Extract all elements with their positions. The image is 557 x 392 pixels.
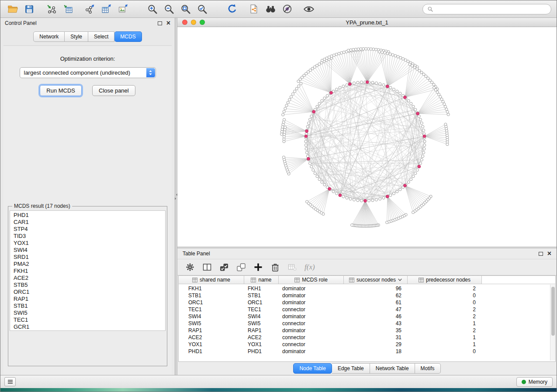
memory-status-icon — [522, 380, 526, 384]
table-row[interactable]: SWI5SWI5connector431 — [179, 320, 555, 327]
export-table-button[interactable] — [99, 2, 113, 16]
zoom-out-icon — [163, 3, 175, 15]
zoom-selected-button[interactable] — [195, 2, 209, 16]
application-window: Control Panel × NetworkStyleSelectMCDS O… — [0, 0, 557, 392]
table-settings-button[interactable] — [185, 262, 195, 272]
table-cell: ACE2 — [179, 334, 244, 341]
select-all-button[interactable] — [219, 263, 229, 272]
delete-column-button[interactable] — [270, 262, 280, 272]
mcds-result-item[interactable]: ACE2 — [10, 275, 165, 282]
import-table-button[interactable] — [61, 2, 75, 16]
table-header-row: shared namenameMCDS rolesuccessor nodesp… — [179, 276, 555, 284]
tab-select[interactable]: Select — [88, 31, 114, 42]
apply-layout-button[interactable] — [225, 2, 239, 16]
mcds-result-item[interactable]: STP4 — [10, 226, 165, 233]
mcds-result-item[interactable]: TID3 — [10, 233, 165, 240]
window-close-icon[interactable] — [182, 20, 187, 25]
column-label: shared name — [200, 277, 230, 283]
mcds-result-item[interactable]: SWI5 — [10, 309, 165, 316]
table-cell: ACE2 — [244, 334, 279, 341]
column-header[interactable]: MCDS role — [279, 276, 344, 284]
tab-network[interactable]: Network — [33, 31, 65, 42]
scrollbar-thumb[interactable] — [551, 287, 555, 336]
mcds-result-item[interactable]: STB5 — [10, 282, 165, 289]
mcds-result-item[interactable]: PHD1 — [10, 212, 165, 219]
table-row[interactable]: STB1STB1dominator620 — [179, 292, 555, 299]
zoom-fit-button[interactable] — [179, 2, 193, 16]
tab-motifs[interactable]: Motifs — [415, 363, 441, 374]
table-row[interactable]: SWI4SWI4dominator462 — [179, 313, 555, 320]
float-panel-icon[interactable] — [158, 21, 162, 25]
close-panel-button[interactable]: Close panel — [92, 85, 135, 96]
float-table-panel-icon[interactable] — [539, 252, 543, 256]
share-document-button[interactable] — [247, 2, 261, 16]
search-input[interactable] — [436, 6, 547, 12]
deselect-all-button[interactable] — [236, 263, 246, 272]
table-row[interactable]: RAP1RAP1dominator352 — [179, 327, 555, 334]
open-session-button[interactable] — [6, 2, 20, 16]
table-panel: Table Panel × — [177, 248, 557, 375]
window-zoom-icon[interactable] — [200, 20, 205, 25]
table-cell: 0 — [408, 348, 482, 355]
column-header[interactable]: predecessor nodes — [408, 276, 482, 284]
close-table-panel-icon[interactable]: × — [547, 251, 551, 256]
select-all-icon — [219, 263, 229, 272]
table-row[interactable]: YOX1YOX1connector291 — [179, 341, 555, 348]
mcds-result-item[interactable]: STB1 — [10, 303, 165, 309]
tab-mcds[interactable]: MCDS — [114, 31, 142, 42]
show-hide-button[interactable] — [302, 2, 316, 16]
column-header[interactable]: shared name — [179, 276, 244, 284]
table-cell: dominator — [279, 285, 344, 292]
table-cell: RAP1 — [244, 327, 279, 334]
table-cell: 62 — [344, 292, 408, 299]
mcds-result-item[interactable]: SRD1 — [10, 254, 165, 261]
mcds-result-item[interactable]: CAR1 — [10, 219, 165, 226]
column-header[interactable]: successor nodes — [344, 276, 408, 284]
mcds-result-list[interactable]: PHD1CAR1STP4TID3YOX1SWI4SRD1PMA2FKH1ACE2… — [10, 210, 166, 331]
search-icon — [427, 6, 433, 12]
save-session-button[interactable] — [22, 2, 36, 16]
table-row[interactable]: TEC1TEC1connector472 — [179, 306, 555, 313]
network-window-titlebar[interactable]: YPA_prune.txt_1 — [177, 18, 557, 27]
criterion-select[interactable]: largest connected component (undirected) — [20, 67, 156, 78]
status-menu-button[interactable] — [4, 377, 16, 386]
tab-style[interactable]: Style — [65, 31, 88, 42]
mcds-result-item[interactable]: PMA2 — [10, 261, 165, 268]
tab-network-table[interactable]: Network Table — [370, 363, 415, 374]
memory-button[interactable]: Memory — [516, 377, 553, 387]
column-menu-icon[interactable] — [398, 279, 402, 281]
add-column-button[interactable] — [253, 262, 263, 272]
mcds-result-item[interactable]: ORC1 — [10, 289, 165, 296]
search-network-button[interactable] — [263, 2, 277, 16]
table-row[interactable]: ACE2ACE2connector311 — [179, 334, 555, 341]
table-cell: PHD1 — [244, 348, 279, 355]
column-header[interactable]: name — [244, 276, 279, 284]
export-network-button[interactable] — [83, 2, 97, 16]
run-mcds-button[interactable]: Run MCDS — [40, 85, 82, 96]
mcds-result-item[interactable]: SWI4 — [10, 247, 165, 254]
mcds-result-item[interactable]: YOX1 — [10, 240, 165, 247]
table-cell: TEC1 — [244, 306, 279, 313]
table-row[interactable]: PHD1PHD1dominator180 — [179, 348, 555, 355]
zoom-in-button[interactable] — [145, 2, 159, 16]
table-cell: 1 — [408, 320, 482, 327]
tab-node-table[interactable]: Node Table — [293, 363, 332, 374]
mcds-result-item[interactable]: FKH1 — [10, 268, 165, 275]
mcds-result-item[interactable]: GCR1 — [10, 323, 165, 330]
table-row[interactable]: ORC1ORC1dominator610 — [179, 299, 555, 306]
network-canvas[interactable] — [177, 27, 557, 247]
graphics-details-button[interactable] — [280, 2, 294, 16]
table-row[interactable]: FKH1FKH1dominator962 — [179, 285, 555, 292]
export-image-button[interactable] — [116, 2, 130, 16]
close-panel-icon[interactable]: × — [166, 21, 170, 26]
mcds-result-item[interactable]: TEC1 — [10, 316, 165, 323]
import-network-button[interactable] — [44, 2, 58, 16]
mcds-result-item[interactable]: RAP1 — [10, 296, 165, 303]
window-minimize-icon[interactable] — [191, 20, 196, 25]
table-cell: YOX1 — [244, 341, 279, 348]
table-scrollbar[interactable] — [550, 285, 555, 361]
global-search-box[interactable] — [422, 4, 551, 14]
zoom-out-button[interactable] — [162, 2, 176, 16]
tab-edge-table[interactable]: Edge Table — [332, 363, 370, 374]
show-columns-button[interactable] — [202, 262, 212, 272]
